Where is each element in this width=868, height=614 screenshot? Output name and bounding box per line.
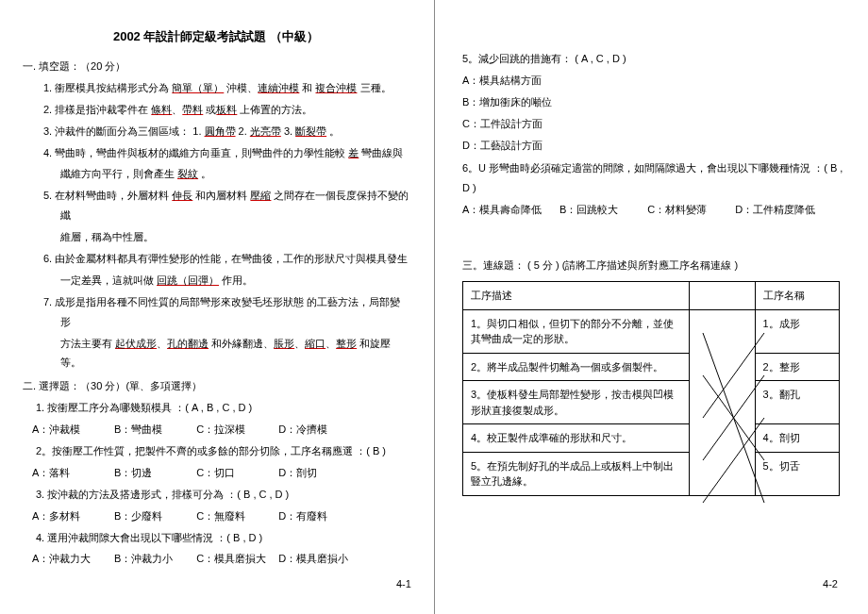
fill-6-blank-1: 回跳（回彈） [157, 274, 219, 286]
fill-7-cont: 方法主要有 起伏成形、孔的翻邊 和外緣翻邊、脹形、縮口、整形 和旋壓等。 [23, 334, 409, 373]
q2-6: 6。U 形彎曲時必須確定適當的間隙，如間隔隙過大，會出現以下哪幾種情況 ：( B… [462, 158, 849, 198]
fill-7-blank-2: 孔的翻邊 [167, 338, 209, 349]
q2-6-opt-c: C：材料變薄 [647, 200, 732, 220]
match-desc-2: 2。將半成品製件切離為一個或多個製件。 [463, 353, 690, 381]
page-number-right: 4-2 [823, 578, 838, 589]
section-1-heading: 一. 填空題：（20 分） [23, 57, 409, 76]
fill-4-text: 彎曲線與 [359, 147, 403, 158]
fill-1-text: 三種。 [357, 82, 391, 93]
matching-diagram: 工序描述 工序名稱 1。與切口相似，但切下的部分不分離，並使其彎曲成一定的形狀。… [462, 281, 849, 496]
q2-2-opt-c: C：切口 [196, 463, 275, 483]
fill-1-blank-2: 連續沖模 [258, 82, 299, 93]
fill-4-text: 纖維方向平行，則會產生 [60, 168, 177, 179]
fill-1-blank-3: 複合沖模 [315, 82, 357, 93]
q2-6-opt-a: A：模具壽命降低 [462, 200, 557, 220]
fill-1-blank-1: 簡單（單） [172, 82, 224, 93]
q2-6-opt-b: B：回跳較大 [559, 200, 644, 220]
match-desc-5: 5。在預先制好孔的半成品上或板料上中制出豎立孔邊緣。 [463, 452, 690, 495]
q2-5-opt-a: A：模具結構方面 [462, 71, 849, 91]
q2-3: 3. 按沖裁的方法及搭邊形式，排樣可分為 ：( B , C , D ) [23, 485, 409, 505]
fill-1-text: 沖模、 [224, 82, 258, 93]
q2-3-opt-d: D：有廢料 [278, 506, 358, 526]
q2-3-options: A：多材料 B：少廢料 C：無廢料 D：有廢料 [23, 506, 409, 526]
fill-4-blank-1: 差 [348, 147, 359, 158]
fill-7-text: 、 [326, 338, 336, 349]
match-header-gap [689, 282, 755, 310]
fill-3-text: 3. 沖裁件的斷面分為三個區域： 1. [43, 125, 205, 137]
q2-1-opt-b: B：彎曲模 [114, 420, 193, 440]
q2-2-opt-d: D：剖切 [278, 463, 358, 483]
fill-3-text: 2. [236, 125, 250, 137]
q2-6-opt-d: D：工件精度降低 [735, 200, 815, 220]
match-name-3: 3。翻孔 [755, 381, 839, 424]
match-name-2: 2。整形 [755, 353, 839, 381]
match-desc-4: 4。校正製件成準確的形狀和尺寸。 [463, 424, 690, 453]
fill-3-text: 3. [281, 125, 295, 137]
fill-2: 2. 排樣是指沖裁零件在 條料、帶料 或板料 上佈置的方法。 [23, 100, 409, 120]
q2-5-opt-d: D：工藝設計方面 [462, 136, 849, 156]
right-column: 5。減少回跳的措施有： ( A , C , D ) A：模具結構方面 B：增加衝… [436, 28, 849, 591]
fill-7-blank-3: 脹形 [274, 338, 294, 349]
column-divider [434, 0, 435, 614]
fill-7-text: 方法主要有 [60, 338, 115, 349]
fill-2-text: 上佈置的方法。 [237, 104, 312, 115]
fill-7-text: 和外緣翻邊、 [209, 338, 274, 349]
q2-1-opt-c: C：拉深模 [196, 420, 275, 440]
fill-5: 5. 在材料彎曲時，外層材料 伸長 和內層材料 壓縮 之間存在一個長度保持不變的… [23, 186, 409, 225]
fill-6-text: 一定差異，這就叫做 [60, 274, 157, 286]
fill-7-blank-5: 整形 [336, 338, 357, 349]
q2-2-opt-a: A：落料 [32, 463, 111, 483]
fill-4-text: 4. 彎曲時，彎曲件與板材的纖維方向垂直，則彎曲件的力學性能較 [43, 147, 348, 158]
fill-6-text: 作用。 [219, 274, 253, 286]
fill-7: 7. 成形是指用各種不同性質的局部彎形來改變毛坯形狀態 的工藝方法，局部變形 [23, 292, 409, 332]
q2-4-opt-c: C：模具磨損大 [196, 549, 275, 569]
q2-1-options: A：沖裁模 B：彎曲模 C：拉深模 D：冷擠模 [23, 420, 409, 440]
fill-3: 3. 沖裁件的斷面分為三個區域： 1. 圓角帶 2. 光亮帶 3. 斷裂帶 。 [23, 122, 409, 141]
fill-6-cont: 一定差異，這就叫做 回跳（回彈） 作用。 [23, 271, 409, 290]
fill-3-blank-2: 光亮帶 [250, 125, 281, 137]
q2-4-opt-a: A：沖裁力大 [32, 549, 111, 569]
fill-5-cont: 維層，稱為中性層。 [23, 227, 409, 247]
fill-7-text: 、 [294, 338, 305, 349]
fill-2-text: 、 [172, 104, 182, 115]
fill-3-blank-1: 圓角帶 [205, 125, 236, 137]
match-header-desc: 工序描述 [463, 282, 690, 310]
fill-1: 1. 衝壓模具按結構形式分為 簡單（單） 沖模、連續沖模 和 複合沖模 三種。 [23, 78, 409, 98]
match-desc-1: 1。與切口相似，但切下的部分不分離，並使其彎曲成一定的形狀。 [463, 309, 690, 353]
fill-7-blank-1: 起伏成形 [115, 338, 157, 349]
fill-2-blank-3: 板料 [216, 104, 237, 115]
q2-6-options: A：模具壽命降低 B：回跳較大 C：材料變薄 D：工件精度降低 [462, 200, 849, 220]
match-name-1: 1。成形 [755, 309, 839, 353]
fill-7-text: 、 [157, 338, 167, 349]
match-gap [689, 309, 755, 495]
q2-2-options: A：落料 B：切邊 C：切口 D：剖切 [23, 463, 409, 483]
fill-2-text: 或 [203, 104, 216, 115]
q2-2: 2。按衝壓工作性質，把製件不齊的或多餘的部分切除，工序名稱應選 ：( B ) [23, 441, 409, 461]
section-3-heading: 三。連線題： ( 5 分 ) (請將工序描述與所對應工序名稱連線 ) [462, 256, 849, 275]
document-title: 2002 年設計師定級考試試題 （中級） [23, 28, 409, 45]
match-header-name: 工序名稱 [755, 282, 839, 310]
fill-5-text: 和內層材料 [192, 190, 250, 201]
fill-5-blank-1: 伸長 [172, 190, 192, 201]
match-name-5: 5。切舌 [755, 452, 839, 495]
fill-4-text: 。 [198, 168, 211, 179]
match-desc-3: 3。使板料發生局部塑性變形，按击模與凹模形狀直接復製成形。 [463, 381, 690, 424]
fill-1-text: 1. 衝壓模具按結構形式分為 [43, 82, 172, 93]
q2-4-options: A：沖裁力大 B：沖裁力小 C：模具磨損大 D：模具磨損小 [23, 549, 409, 569]
q2-1-opt-a: A：沖裁模 [32, 420, 111, 440]
q2-4-opt-d: D：模具磨損小 [278, 549, 358, 569]
fill-3-blank-3: 斷裂帶 [295, 125, 326, 137]
fill-4-blank-2: 裂紋 [177, 168, 198, 179]
fill-2-blank-2: 帶料 [182, 104, 203, 115]
q2-3-opt-b: B：少廢料 [114, 506, 193, 526]
fill-2-blank-1: 條料 [151, 104, 172, 115]
q2-4: 4. 選用沖裁間隙大會出現以下哪些情況 ：( B , D ) [23, 528, 409, 548]
left-column: 2002 年設計師定級考試試題 （中級） 一. 填空題：（20 分） 1. 衝壓… [23, 28, 436, 591]
fill-1-text: 和 [299, 82, 315, 93]
q2-4-opt-b: B：沖裁力小 [114, 549, 193, 569]
page-number-left: 4-1 [396, 578, 411, 589]
section-2-heading: 二. 選擇題：（30 分）(單、多項選擇） [23, 376, 409, 396]
fill-6: 6. 由於金屬材料都具有彈性變形的性能，在彎曲後，工作的形狀尺寸與模具發生 [23, 249, 409, 269]
q2-1: 1. 按衝壓工序分為哪幾類模具 ：( A , B , C , D ) [23, 398, 409, 418]
q2-5-opt-b: B：增加衝床的噸位 [462, 92, 849, 112]
